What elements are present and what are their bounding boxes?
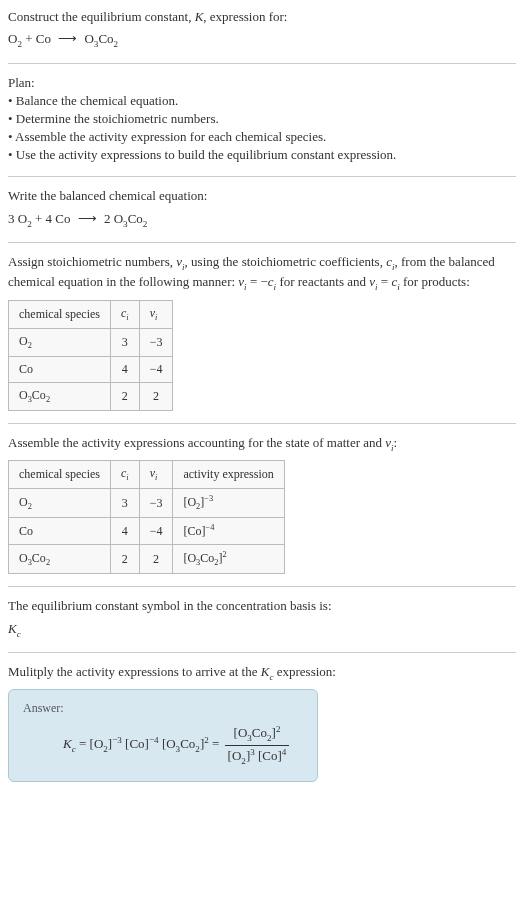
header-title: Construct the equilibrium constant, K, e…	[8, 8, 516, 26]
plan-bullet: • Assemble the activity expression for e…	[8, 128, 516, 146]
table-row: O2 3 −3	[9, 328, 173, 356]
table-cell: 2	[110, 545, 139, 574]
table-row: Co 4 −4 [Co]−4	[9, 518, 285, 545]
table-cell: −4	[139, 518, 173, 545]
table-cell: [Co]−4	[173, 518, 284, 545]
table-cell: [O3Co2]2	[173, 545, 284, 574]
table-header: νi	[139, 300, 173, 328]
plan-bullet: • Determine the stoichiometric numbers.	[8, 110, 516, 128]
kc-symbol-section: The equilibrium constant symbol in the c…	[8, 597, 516, 640]
divider	[8, 652, 516, 653]
plan-bullet: • Use the activity expressions to build …	[8, 146, 516, 164]
divider	[8, 63, 516, 64]
table-cell: −4	[139, 356, 173, 382]
plan-title: Plan:	[8, 74, 516, 92]
answer-label: Answer:	[23, 700, 303, 717]
table-cell: 4	[110, 356, 139, 382]
table-header: chemical species	[9, 300, 111, 328]
table-row: O3Co2 2 2 [O3Co2]2	[9, 545, 285, 574]
balanced-section: Write the balanced chemical equation: 3 …	[8, 187, 516, 230]
stoich-table: chemical species ci νi O2 3 −3 Co 4 −4 O…	[8, 300, 173, 411]
table-cell: [O2]−3	[173, 489, 284, 518]
table-header: chemical species	[9, 461, 111, 489]
plan-bullet: • Balance the chemical equation.	[8, 92, 516, 110]
table-cell: Co	[9, 518, 111, 545]
table-header: ci	[110, 300, 139, 328]
stoich-intro: Assign stoichiometric numbers, νi, using…	[8, 253, 516, 294]
table-cell: Co	[9, 356, 111, 382]
table-cell: O3Co2	[9, 545, 111, 574]
table-header: ci	[110, 461, 139, 489]
multiply-text: Mulitply the activity expressions to arr…	[8, 663, 516, 683]
table-cell: O3Co2	[9, 382, 111, 410]
table-row: chemical species ci νi	[9, 300, 173, 328]
divider	[8, 423, 516, 424]
balanced-equation: 3 O2 + 4 Co ⟶ 2 O3Co2	[8, 210, 516, 230]
divider	[8, 242, 516, 243]
stoich-section: Assign stoichiometric numbers, νi, using…	[8, 253, 516, 411]
balanced-title: Write the balanced chemical equation:	[8, 187, 516, 205]
plan-section: Plan: • Balance the chemical equation. •…	[8, 74, 516, 165]
table-row: chemical species ci νi activity expressi…	[9, 461, 285, 489]
header-section: Construct the equilibrium constant, K, e…	[8, 8, 516, 51]
table-cell: 2	[139, 545, 173, 574]
table-cell: −3	[139, 328, 173, 356]
table-cell: 4	[110, 518, 139, 545]
header-equation: O2 + Co ⟶ O3Co2	[8, 30, 516, 50]
table-header: activity expression	[173, 461, 284, 489]
table-cell: 3	[110, 328, 139, 356]
kc-symbol-text: The equilibrium constant symbol in the c…	[8, 597, 516, 615]
divider	[8, 586, 516, 587]
answer-equation: Kc = [O2]−3 [Co]−4 [O3Co2]2 = [O3Co2]2 […	[23, 723, 303, 767]
table-cell: O2	[9, 328, 111, 356]
activity-table: chemical species ci νi activity expressi…	[8, 460, 285, 574]
table-cell: O2	[9, 489, 111, 518]
table-cell: 2	[139, 382, 173, 410]
table-cell: −3	[139, 489, 173, 518]
activity-section: Assemble the activity expressions accoun…	[8, 434, 516, 575]
activity-intro: Assemble the activity expressions accoun…	[8, 434, 516, 454]
table-row: Co 4 −4	[9, 356, 173, 382]
table-header: νi	[139, 461, 173, 489]
table-cell: 2	[110, 382, 139, 410]
answer-box: Answer: Kc = [O2]−3 [Co]−4 [O3Co2]2 = [O…	[8, 689, 318, 782]
kc-symbol-value: Kc	[8, 620, 516, 640]
multiply-section: Mulitply the activity expressions to arr…	[8, 663, 516, 782]
table-row: O2 3 −3 [O2]−3	[9, 489, 285, 518]
divider	[8, 176, 516, 177]
table-row: O3Co2 2 2	[9, 382, 173, 410]
table-cell: 3	[110, 489, 139, 518]
